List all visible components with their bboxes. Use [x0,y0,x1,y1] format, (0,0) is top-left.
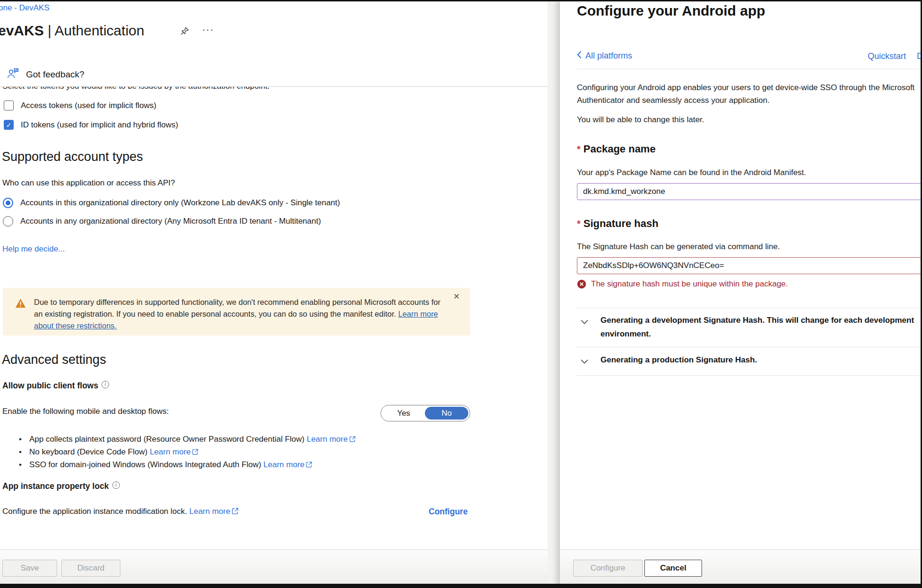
public-client-flows-toggle[interactable]: Yes No [381,405,470,421]
bullet-icon: • [19,446,29,458]
pin-icon[interactable] [180,26,189,37]
divider [577,308,922,308]
external-link-icon [232,507,238,517]
bullet-icon: • [19,433,29,445]
app-lock-description-row: Configure the application instance modif… [2,507,238,517]
list-item: •No keyboard (Device Code Flow) Learn mo… [19,446,355,459]
screen-edge-bottom [0,584,922,588]
multitenant-radio-row: Accounts in any organizational directory… [3,216,321,227]
mobile-desktop-flows-list: •App collects plaintext password (Resour… [19,433,355,471]
toggle-yes-option[interactable]: Yes [381,409,426,418]
enable-flows-label: Enable the following mobile and desktop … [2,407,169,416]
close-icon[interactable]: ✕ [453,292,460,302]
dev-signature-hash-accordion-label: Generating a development Signature Hash.… [601,313,922,341]
single-tenant-radio-row: Accounts in this organizational director… [3,198,340,208]
configure-app-lock-link[interactable]: Configure [429,507,468,517]
access-tokens-checkbox[interactable] [4,101,14,110]
external-link-icon [349,434,355,446]
external-link-icon [192,446,198,459]
signature-hash-description: The Signature Hash can be generated via … [577,240,780,253]
multitenant-radio[interactable] [3,216,13,227]
id-tokens-checkbox[interactable]: ✓ [4,120,14,130]
divider [577,347,922,347]
azure-portal-screen: Select the tokens you would like to be i… [0,0,922,588]
single-tenant-radio[interactable] [3,198,13,208]
list-item: •SSO for domain-joined Windows (Windows … [19,459,355,471]
toggle-no-option[interactable]: No [425,407,468,420]
flow-text: No keyboard (Device Code Flow) [29,447,147,456]
chevron-down-icon [581,318,588,326]
learn-more-link[interactable]: Learn more [150,447,191,456]
panel-footer: Configure Cancel [560,549,922,584]
cancel-button[interactable]: Cancel [644,560,702,577]
multitenant-label: Accounts in any organizational directory… [20,217,321,226]
flow-text: SSO for domain-joined Windows (Windows I… [29,460,261,469]
prod-signature-hash-accordion[interactable]: Generating a production Signature Hash. [581,353,922,367]
single-tenant-label: Accounts in this organizational director… [20,198,340,208]
authentication-blade: Select the tokens you would like to be i… [0,0,548,588]
allow-public-client-flows-row: Allow public client flows i [2,381,109,391]
more-menu-icon[interactable]: ··· [202,24,214,36]
divider [577,69,922,69]
id-tokens-checkbox-row: ✓ ID tokens (used for implicit and hybri… [4,120,178,130]
allow-public-client-flows-label: Allow public client flows [2,381,98,391]
warning-text: Due to temporary differences in supporte… [34,296,449,332]
screen-edge-top [0,0,922,1]
external-link-icon [306,459,312,471]
access-tokens-checkbox-row: Access tokens (used for implicit flows) [4,101,156,110]
required-icon: * [577,218,581,229]
prod-signature-hash-accordion-label: Generating a production Signature Hash. [601,353,922,367]
error-text: The signature hash must be unique within… [591,279,788,289]
feedback-icon [7,67,19,81]
signature-hash-input[interactable] [577,257,922,274]
info-icon[interactable]: i [102,381,109,388]
got-feedback-label: Got feedback? [26,69,85,80]
advanced-settings-heading: Advanced settings [2,353,106,367]
signature-hash-label: *Signature hash [577,218,659,230]
blade-footer: Save Discard [0,549,548,584]
id-tokens-label: ID tokens (used for implicit and hybrid … [21,120,178,130]
pane-gutter [548,0,560,588]
learn-more-link[interactable]: Learn more [263,460,305,469]
configure-button[interactable]: Configure [573,560,643,577]
supported-account-types-heading: Supported account types [2,150,143,164]
check-icon: ✓ [6,121,12,129]
configure-android-app-panel: Configure your Android app All platforms… [560,0,922,588]
page-title: evAKS | Authentication [0,23,144,39]
learn-more-link[interactable]: Learn more [307,435,348,444]
personal-accounts-warning-banner: Due to temporary differences in supporte… [3,288,470,336]
bullet-icon: • [19,459,29,471]
app-lock-learn-more-link[interactable]: Learn more [189,507,230,516]
signature-hash-error: The signature hash must be unique within… [577,279,788,291]
panel-title: Configure your Android app [577,3,765,19]
warning-message: Due to temporary differences in supporte… [34,298,440,318]
flow-text: App collects plaintext password (Resourc… [29,435,305,444]
dev-signature-hash-accordion[interactable]: Generating a development Signature Hash.… [581,313,922,341]
discard-button[interactable]: Discard [61,560,120,577]
all-platforms-back-link[interactable]: All platforms [577,51,632,61]
app-instance-property-lock-label: App instance property lock [2,481,109,491]
breadcrumb[interactable]: one - DevAKS [0,3,50,13]
help-me-decide-link[interactable]: Help me decide... [2,244,65,254]
list-item: •App collects plaintext password (Resour… [19,433,355,446]
panel-intro-text: Configuring your Android app enables you… [577,81,917,107]
got-feedback-button[interactable]: Got feedback? [7,67,85,81]
save-button[interactable]: Save [2,560,57,577]
info-icon[interactable]: i [112,481,120,489]
package-name-input[interactable] [577,183,922,200]
error-icon [577,279,586,291]
quickstart-link[interactable]: Quickstart [868,51,906,61]
package-name-description: Your app's Package Name can be found in … [577,166,806,179]
chevron-down-icon [581,357,588,366]
app-instance-property-lock-row: App instance property lock i [2,481,120,491]
package-name-label: *Package name [577,143,656,155]
app-lock-description: Configure the application instance modif… [2,507,187,516]
blade-header: one - DevAKS evAKS | Authentication ··· [0,0,548,87]
account-types-question: Who can use this application or access t… [2,178,175,188]
warning-icon [15,298,26,310]
package-name-label-text: Package name [584,143,656,155]
panel-note-text: You will be able to change this later. [577,113,704,126]
divider [577,375,922,376]
chevron-left-icon [577,51,582,61]
blade-name: | Authentication [48,23,144,38]
